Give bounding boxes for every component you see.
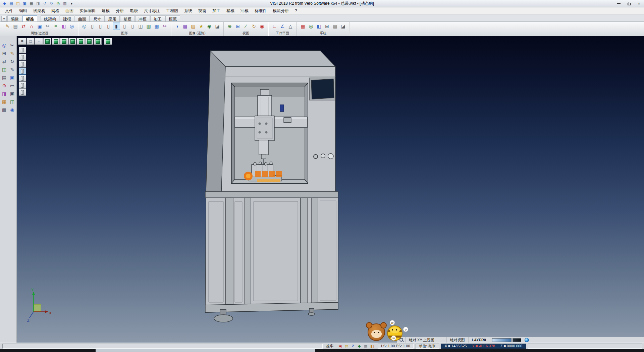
rotate-entity-icon[interactable]: ↻ <box>9 58 16 65</box>
workplane-view-icon[interactable]: △ <box>287 23 294 30</box>
tab-die[interactable]: 冲模 <box>135 15 150 21</box>
rotate-view-icon[interactable]: ↻ <box>250 23 258 30</box>
tab-edit[interactable]: 编辑 <box>7 15 22 21</box>
menu-item-analysis[interactable]: 分析 <box>113 7 127 14</box>
export-part-icon[interactable]: ◫ <box>9 98 16 105</box>
menu-item-window[interactable]: 视窗 <box>195 7 209 14</box>
world-view-icon[interactable]: ◎ <box>55 1 61 6</box>
render-camera-icon[interactable]: ◉ <box>206 23 213 30</box>
open-file-icon[interactable]: ◫ <box>15 1 21 6</box>
menu-item-surface[interactable]: 曲面 <box>62 7 76 14</box>
view-mini-button[interactable]: ▫ <box>35 38 43 45</box>
status-snap-icon[interactable]: ▣ <box>337 344 343 349</box>
close-button[interactable]: × <box>634 0 644 7</box>
view-back-button[interactable] <box>85 38 93 45</box>
menu-item-flow-analysis[interactable]: 模流分析 <box>270 7 292 14</box>
snap-grid-icon[interactable]: ⊞ <box>1 50 8 57</box>
print-graphics-icon[interactable]: ▤ <box>12 23 19 30</box>
menu-item-system[interactable]: 系统 <box>181 7 195 14</box>
view-front-button[interactable] <box>52 38 60 45</box>
display-mode-1-icon[interactable]: ▯ <box>89 23 96 30</box>
menu-item-drafting[interactable]: 工程图 <box>163 7 181 14</box>
translate-entity-icon[interactable]: ⇄ <box>1 58 8 65</box>
menu-item-solid-edit[interactable]: 实体编辑 <box>76 7 99 14</box>
view-iso-bottom-button[interactable] <box>94 38 102 45</box>
tab-flow[interactable]: 模流 <box>165 15 180 21</box>
background-color-swatch[interactable] <box>513 338 521 342</box>
modify-curve-icon[interactable]: ✎ <box>9 66 16 73</box>
status-help-icon[interactable]: 2 <box>350 344 356 349</box>
globe-icon[interactable] <box>525 338 529 342</box>
tab-caret-icon[interactable]: ▾ <box>1 16 7 21</box>
sketch-pencil-icon[interactable]: ✎ <box>9 50 16 57</box>
render-lighting-icon[interactable]: ★ <box>198 23 205 30</box>
display-mode-5-button[interactable] <box>19 75 26 82</box>
tab-dimension[interactable]: 尺寸 <box>90 15 105 21</box>
render-texture-icon[interactable]: ▨ <box>190 23 197 30</box>
display-mode-5-icon[interactable]: ▯ <box>121 23 128 30</box>
system-globe-icon[interactable]: ◎ <box>307 23 315 30</box>
machine-model[interactable] <box>17 36 644 343</box>
tab-surface[interactable]: 曲面 <box>75 15 90 21</box>
minimize-button[interactable] <box>614 0 624 7</box>
view-dynamic-button[interactable] <box>104 38 112 45</box>
menu-item-help[interactable]: ? <box>292 8 300 14</box>
menu-item-standard-parts[interactable]: 标准件 <box>252 7 270 14</box>
windows-taskbar[interactable] <box>0 349 644 352</box>
menu-item-file[interactable]: 文件 <box>2 7 16 14</box>
copy-entity-icon[interactable]: ▣ <box>9 90 16 97</box>
viewport-3d[interactable]: Y X Z ≡□▫ <box>17 36 644 343</box>
machine-control-screen[interactable] <box>309 78 335 100</box>
wireframe-globe-icon[interactable]: ◎ <box>80 23 88 30</box>
system-grid-icon[interactable]: ⊞ <box>323 23 331 30</box>
display-mode-3-button[interactable] <box>19 61 26 68</box>
status-notes-icon[interactable]: ▤ <box>344 344 349 349</box>
redo-icon[interactable]: ↻ <box>48 1 55 6</box>
menu-item-electrode[interactable]: 电极 <box>127 7 141 14</box>
status-shield-icon[interactable]: ◆ <box>357 344 362 349</box>
restore-button[interactable] <box>624 0 634 7</box>
tab-machining[interactable]: 加工 <box>150 15 165 21</box>
display-mode-7-button[interactable] <box>19 89 26 96</box>
tab-wireframe[interactable]: 线架构 <box>41 15 59 21</box>
display-materials-icon[interactable]: ▦ <box>153 23 160 30</box>
print-icon[interactable]: ▦ <box>28 1 35 6</box>
display-mode-1-button[interactable] <box>19 47 26 53</box>
menu-item-modeling[interactable]: 建模 <box>99 7 113 14</box>
screen-layout-icon[interactable]: ▥ <box>62 1 68 6</box>
display-mode-2-button[interactable] <box>19 54 26 60</box>
edit-properties-icon[interactable]: ✎ <box>4 23 11 30</box>
trim-scissors-icon[interactable]: ✂ <box>9 42 16 49</box>
copy-attributes-icon[interactable]: ▣ <box>36 23 43 30</box>
display-layers-icon[interactable]: ◫ <box>137 23 144 30</box>
menu-item-machining[interactable]: 加工 <box>209 7 223 14</box>
machine-base-cabinet[interactable] <box>205 191 338 312</box>
erase-entities-icon[interactable]: ✂ <box>44 23 51 30</box>
render-section-icon[interactable]: ◪ <box>214 23 221 30</box>
magnet-snap-icon[interactable]: ∩ <box>28 23 35 30</box>
render-material-icon[interactable]: ▩ <box>181 23 189 30</box>
display-mode-4-icon[interactable]: ▮ <box>113 23 120 30</box>
display-mode-6-button[interactable] <box>19 82 26 89</box>
active-layer-label[interactable]: LAYER0 <box>468 337 489 343</box>
render-shaded-icon[interactable]: ◑ <box>173 23 181 30</box>
workplane-axes-icon[interactable]: ∟ <box>271 23 278 30</box>
taskbar-app-segment[interactable] <box>96 349 315 352</box>
measure-ruler-icon[interactable]: ▭ <box>9 82 16 89</box>
tab-standard[interactable]: 标准 <box>22 15 37 21</box>
note-tag-icon[interactable]: ▣ <box>9 74 16 81</box>
zoom-dynamic-icon[interactable]: ∕ <box>242 23 250 30</box>
info-query-icon[interactable]: ◉ <box>9 106 16 114</box>
display-mode-2-icon[interactable]: ▯ <box>97 23 104 30</box>
view-right-button[interactable] <box>68 38 76 45</box>
display-shading-icon[interactable]: ▥ <box>145 23 152 30</box>
menu-item-mold[interactable]: 塑模 <box>223 7 237 14</box>
view-blank-button[interactable]: □ <box>26 38 35 45</box>
view-left-button[interactable] <box>77 38 85 45</box>
menu-item-edit[interactable]: 编辑 <box>16 7 30 14</box>
undo-icon[interactable]: ↺ <box>42 1 48 6</box>
display-clip-icon[interactable]: ✂ <box>161 23 168 30</box>
fill-paint-icon[interactable]: ◨ <box>1 90 8 97</box>
workplane-align-icon[interactable]: ∠ <box>279 23 286 30</box>
display-mode-4-button[interactable] <box>19 68 26 75</box>
